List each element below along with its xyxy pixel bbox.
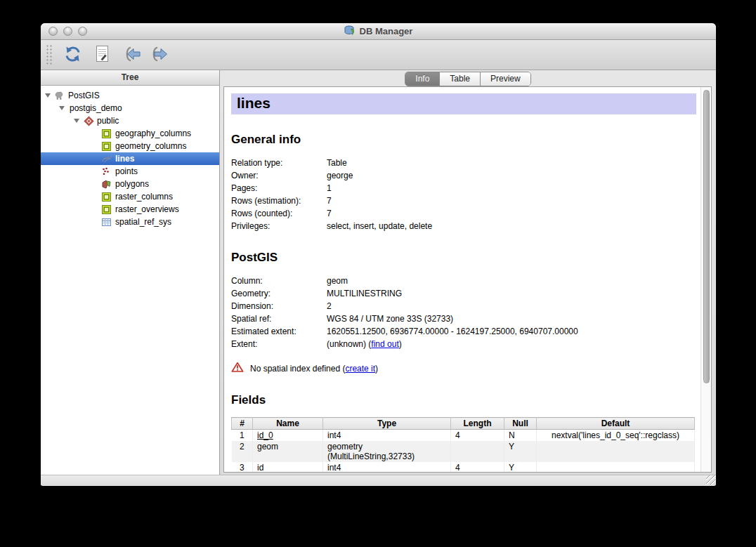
info-label: Owner: <box>231 169 327 182</box>
table-green-icon <box>102 192 115 202</box>
info-value: select, insert, update, delete <box>327 220 432 232</box>
info-row: Relation type:Table <box>231 157 699 169</box>
tree-item-PostGIS[interactable]: PostGIS <box>41 89 219 102</box>
field-cell: int4 <box>323 462 451 472</box>
info-row: Estimated extent:1620551.12500, 6936774.… <box>231 325 699 338</box>
tree-item-label: raster_overviews <box>115 204 179 214</box>
info-row: Owner:george <box>231 169 699 182</box>
db-manager-window: DB Manager Tree PostGISpos <box>41 23 716 486</box>
window-title: DB Manager <box>360 26 413 37</box>
info-value: 1 <box>327 182 332 195</box>
info-row: Rows (estimation):7 <box>231 195 699 207</box>
field-cell: 4 <box>451 430 504 442</box>
field-cell: int4 <box>323 430 451 442</box>
fields-column-header: Null <box>504 418 537 430</box>
field-cell: geom <box>253 441 323 462</box>
fields-column-header: Length <box>451 418 504 430</box>
tree-item-raster_overviews[interactable]: raster_overviews <box>41 203 219 216</box>
field-cell: 3 <box>232 462 253 472</box>
tree-item-label: public <box>96 116 119 126</box>
table-plain-icon <box>102 218 115 227</box>
info-label: Geometry: <box>231 287 327 300</box>
tab-info[interactable]: Info <box>405 72 440 86</box>
field-cell: id <box>253 462 323 472</box>
polygons-geometry-icon <box>102 180 115 189</box>
import-layer-icon <box>121 46 143 65</box>
field-cell: Y <box>504 441 537 462</box>
page-title: lines <box>231 93 696 114</box>
tree-item-raster_columns[interactable]: raster_columns <box>41 190 219 203</box>
fields-row-geom: 2geomgeometry (MultiLineString,32733)Y <box>232 441 695 462</box>
info-row: Column:geom <box>231 275 699 287</box>
info-value: geom <box>327 275 348 287</box>
expander-triangle-icon[interactable] <box>74 119 79 123</box>
info-row: Dimension:2 <box>231 300 699 312</box>
find-out-link[interactable]: find out <box>371 339 398 349</box>
table-green-icon <box>102 129 115 138</box>
export-layer-button[interactable] <box>146 43 176 67</box>
info-row: Pages:1 <box>231 182 699 195</box>
info-row: Spatial ref:WGS 84 / UTM zone 33S (32733… <box>231 312 699 325</box>
info-label: Privileges: <box>231 220 327 232</box>
minimize-button[interactable] <box>63 27 72 36</box>
sql-window-icon <box>95 45 110 65</box>
tree-item-points[interactable]: points <box>41 165 219 178</box>
tab-preview[interactable]: Preview <box>481 72 530 86</box>
tree-item-label: PostGIS <box>67 91 100 100</box>
schema-diamond-icon <box>84 116 96 126</box>
fields-row-id: 3idint44Y <box>232 462 695 472</box>
fields-column-header: Name <box>253 418 323 430</box>
fields-heading: Fields <box>231 393 699 407</box>
field-cell: 4 <box>451 462 504 472</box>
tree-item-geometry_columns[interactable]: geometry_columns <box>41 140 219 152</box>
tree-item-label: points <box>115 166 138 176</box>
info-label: Pages: <box>231 182 327 195</box>
info-value: 1620551.12500, 6936774.00000 - 1624197.2… <box>327 325 578 338</box>
sql-window-button[interactable] <box>87 43 117 67</box>
close-button[interactable] <box>48 27 58 36</box>
tree-item-postgis_demo[interactable]: postgis_demo <box>41 102 219 114</box>
zoom-button[interactable] <box>78 27 87 36</box>
expander-triangle-icon[interactable] <box>45 93 51 98</box>
tree-item-label: geometry_columns <box>115 141 186 151</box>
resize-grip-icon[interactable] <box>706 475 715 485</box>
table-green-icon <box>102 205 115 214</box>
points-geometry-icon <box>102 167 115 176</box>
create-spatial-index-link[interactable]: create it <box>345 364 375 374</box>
tree-item-public[interactable]: public <box>41 114 219 127</box>
info-value: 7 <box>327 195 332 207</box>
toolbar <box>41 40 716 70</box>
tree-item-lines[interactable]: lines <box>41 152 219 165</box>
info-label: Rows (counted): <box>231 207 327 220</box>
vertical-scrollbar[interactable] <box>700 87 711 472</box>
tree-panel-header: Tree <box>41 70 219 86</box>
tree-item-spatial_ref_sys[interactable]: spatial_ref_sys <box>41 216 219 228</box>
tab-table[interactable]: Table <box>440 72 481 86</box>
fields-column-header: Default <box>537 418 695 430</box>
tree-item-label: raster_columns <box>115 192 173 202</box>
info-row: Geometry:MULTILINESTRING <box>231 287 699 300</box>
info-label: Estimated extent: <box>231 325 327 338</box>
import-layer-button[interactable] <box>117 43 146 67</box>
toolbar-drag-handle[interactable] <box>46 44 52 65</box>
tab-control: InfoTablePreview <box>405 72 530 86</box>
tree-panel: Tree PostGISpostgis_demopublicgeography_… <box>41 70 220 475</box>
info-label: Relation type: <box>231 157 327 169</box>
postgis-heading: PostGIS <box>231 251 699 265</box>
title-bar[interactable]: DB Manager <box>41 23 716 40</box>
tree-item-label: polygons <box>115 179 149 189</box>
tree-item-label: geography_columns <box>115 128 191 138</box>
expander-triangle-icon[interactable] <box>59 106 65 110</box>
scrollbar-thumb[interactable] <box>703 90 710 383</box>
tree-item-polygons[interactable]: polygons <box>41 178 219 190</box>
info-value: Table <box>327 157 347 169</box>
table-green-icon <box>102 142 115 151</box>
fields-row-id_0: 1id_0int44Nnextval('lines_id_0_seq'::reg… <box>232 430 695 442</box>
info-value: MULTILINESTRING <box>327 287 402 300</box>
refresh-button[interactable] <box>58 43 87 67</box>
field-cell <box>451 441 504 462</box>
info-value: 2 <box>327 300 332 312</box>
tree-item-geography_columns[interactable]: geography_columns <box>41 127 219 140</box>
spatial-index-warning: No spatial index defined (create it) <box>231 362 699 375</box>
refresh-icon <box>63 45 82 65</box>
